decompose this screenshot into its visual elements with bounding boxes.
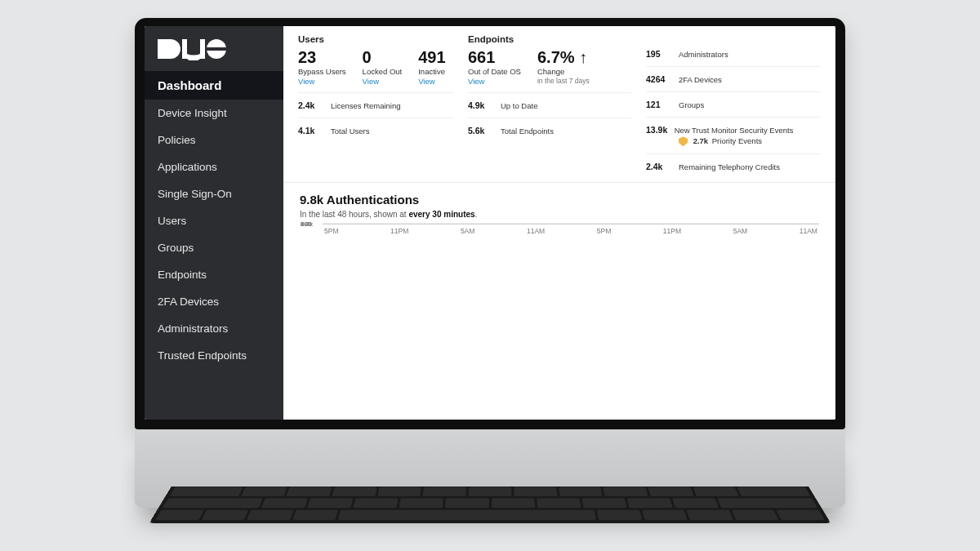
misc-column: 195 Administrators 4264 2FA Devices 121 … [646,34,821,179]
nav-item-applications[interactable]: Applications [145,153,283,180]
view-locked-link[interactable]: View [363,77,403,86]
nav-item-endpoints[interactable]: Endpoints [145,261,283,288]
x-tick: 11AM [800,227,817,235]
screen-bezel: DashboardDevice InsightPoliciesApplicati… [135,18,845,429]
stat-locked-out: 0 Locked Out View [363,49,403,86]
stat-2fa-devices: 4264 2FA Devices [646,67,821,92]
users-title: Users [298,34,453,44]
nav: DashboardDevice InsightPoliciesApplicati… [145,71,283,369]
sidebar: DashboardDevice InsightPoliciesApplicati… [145,26,283,420]
stat-inactive: 491 Inactive View [418,49,445,86]
nav-item-single-sign-on[interactable]: Single Sign-On [145,180,283,207]
app-screen: DashboardDevice InsightPoliciesApplicati… [145,26,835,420]
x-tick: 11PM [390,227,408,235]
nav-item-groups[interactable]: Groups [145,234,283,261]
x-tick: 5AM [461,227,474,235]
stat-telephony: 2.4k Remaining Telephony Credits [646,154,821,179]
keyboard [149,453,831,523]
svg-rect-1 [182,39,187,59]
stat-total-users: 4.1k Total Users [298,118,453,143]
view-outofdate-link[interactable]: View [468,77,521,86]
chart-subtitle: In the last 48 hours, shown at every 30 … [300,210,819,219]
nav-item-device-insight[interactable]: Device Insight [145,100,283,127]
nav-item-2fa-devices[interactable]: 2FA Devices [145,288,283,315]
chart-title: 9.8k Authentications [300,193,819,207]
stat-up-to-date: 4.9k Up to Date [468,93,631,118]
svg-rect-4 [207,47,226,51]
nav-item-dashboard[interactable]: Dashboard [145,71,283,100]
stat-trust-monitor: 13.9k New Trust Monitor Security Events … [646,118,821,154]
auth-bar-chart: 1.4k1.2k1k800600400200 [323,224,819,224]
nav-item-policies[interactable]: Policies [145,127,283,153]
x-tick: 11PM [663,227,681,235]
main-content: Users 23 Bypass Users View 0 Locked Out … [283,26,835,420]
stat-total-endpoints: 5.6k Total Endpoints [468,118,631,143]
svg-rect-0 [158,39,171,59]
x-tick: 5AM [733,227,747,235]
stat-change: 6.7% ↑ Change in the last 7 days [537,49,590,86]
x-tick: 5PM [597,227,611,235]
auth-chart-section: 9.8k Authentications In the last 48 hour… [283,183,835,420]
stats-panel: Users 23 Bypass Users View 0 Locked Out … [283,26,835,183]
nav-item-trusted-endpoints[interactable]: Trusted Endpoints [145,342,283,369]
endpoints-column: Endpoints 661 Out of Date OS View 6.7% ↑… [468,34,631,179]
stat-bypass-users: 23 Bypass Users View [298,49,346,86]
nav-item-users[interactable]: Users [145,207,283,234]
stat-groups: 121 Groups [646,92,821,118]
endpoints-title: Endpoints [468,34,631,44]
stat-out-of-date: 661 Out of Date OS View [468,49,521,86]
nav-item-administrators[interactable]: Administrators [145,315,283,342]
laptop-deck [135,429,845,508]
stat-licenses: 2.4k Licenses Remaining [298,93,453,118]
x-tick: 11AM [527,227,545,235]
y-tick: 200 [301,220,311,228]
view-bypass-link[interactable]: View [298,77,346,86]
x-axis: 5PM11PM5AM11AM5PM11PM5AM11AM [323,224,819,235]
shield-icon [679,136,688,146]
stat-admins: 195 Administrators [646,49,821,67]
svg-rect-2 [200,39,205,59]
brand-logo [145,26,283,71]
users-column: Users 23 Bypass Users View 0 Locked Out … [298,34,453,179]
laptop-frame: DashboardDevice InsightPoliciesApplicati… [135,18,845,508]
x-tick: 5PM [324,227,338,235]
view-inactive-link[interactable]: View [418,77,445,86]
